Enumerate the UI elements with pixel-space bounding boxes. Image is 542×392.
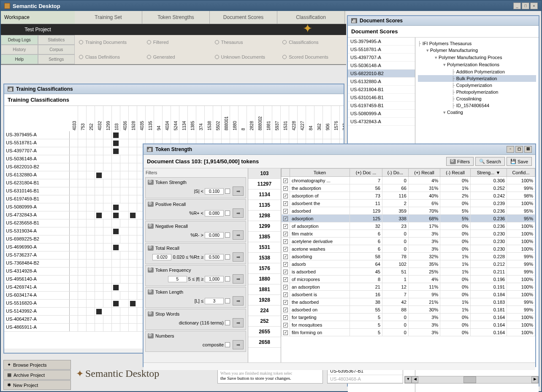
token-row[interactable]: ✓the adsorbed384221%1%0.18399%	[282, 298, 535, 306]
training-cell[interactable]	[103, 251, 112, 259]
training-cell[interactable]	[129, 268, 137, 275]
training-row-label[interactable]: US-4865911-A	[4, 324, 70, 331]
filter-checkbox[interactable]	[225, 254, 230, 260]
training-cell[interactable]	[78, 243, 87, 251]
training-cell[interactable]	[70, 187, 78, 195]
training-cell[interactable]	[95, 243, 103, 251]
row-checkbox[interactable]: ✓	[283, 277, 288, 282]
radio-class-definitions[interactable]: Class Definitions	[75, 50, 143, 65]
token-col-header[interactable]: (+) Doc ...	[350, 169, 382, 177]
search-button[interactable]: 🔍Search	[475, 157, 505, 166]
token-row[interactable]: ✓chromatography ...704%0%0.306100%	[282, 177, 535, 184]
token-row[interactable]: ✓adsorbing587832%1%0.22899%	[282, 253, 535, 260]
filter-input[interactable]	[205, 188, 224, 195]
filter-checkbox[interactable]	[225, 276, 230, 281]
training-cell[interactable]	[306, 131, 314, 139]
training-cell[interactable]	[78, 203, 87, 211]
radio-unknown-documents[interactable]: Unknown Documents	[211, 50, 279, 65]
training-cell[interactable]	[78, 251, 87, 259]
training-row-label[interactable]: US-4269741-A	[4, 284, 70, 291]
training-cell[interactable]	[87, 235, 95, 243]
training-cell[interactable]	[120, 284, 129, 291]
row-checkbox[interactable]: ✓	[283, 186, 288, 191]
training-cell[interactable]	[113, 245, 119, 250]
class-tab[interactable]: 1881	[248, 284, 281, 295]
training-cell[interactable]	[129, 187, 137, 195]
token-row[interactable]: ✓adsorption12533868%5%0.23695%	[282, 215, 535, 222]
training-row-label[interactable]: US-4314928-A	[4, 268, 70, 275]
score-list-item[interactable]: US-6822010-B2	[348, 70, 415, 78]
score-list-item[interactable]: US-5518781-A	[348, 46, 415, 54]
row-checkbox[interactable]: ✓	[283, 247, 288, 251]
tree-node[interactable]: ├Addition Polymerization	[418, 68, 536, 75]
filter-checkbox[interactable]	[225, 189, 230, 194]
training-cell[interactable]	[87, 276, 95, 283]
training-col-header[interactable]: 94	[154, 106, 163, 131]
filter-input[interactable]	[168, 276, 187, 282]
training-cell[interactable]	[87, 155, 95, 163]
training-cell[interactable]	[87, 316, 95, 323]
training-cell[interactable]	[95, 203, 103, 211]
training-cell[interactable]	[103, 171, 112, 179]
training-cell[interactable]	[103, 284, 112, 291]
filters-button[interactable]: Filters	[446, 157, 474, 166]
training-cell[interactable]	[120, 268, 129, 275]
training-cell[interactable]	[112, 171, 120, 179]
training-cell[interactable]	[78, 300, 87, 307]
training-cell[interactable]	[78, 131, 87, 139]
training-row-label[interactable]: US-6231804-B1	[4, 179, 70, 187]
training-cell[interactable]	[95, 147, 103, 155]
training-cell[interactable]	[78, 163, 87, 171]
training-cell[interactable]	[120, 211, 129, 219]
training-col-header[interactable]: 753	[78, 106, 87, 131]
training-cell[interactable]	[78, 276, 87, 283]
class-tab[interactable]: 1299	[248, 221, 281, 232]
training-cell[interactable]	[103, 260, 112, 267]
training-cell[interactable]	[87, 219, 95, 227]
filter-checkbox[interactable]	[225, 298, 230, 303]
training-cell[interactable]	[78, 260, 87, 267]
training-cell[interactable]	[70, 308, 78, 315]
tree-node[interactable]: ├Bulk Polymerization	[418, 75, 536, 82]
training-cell[interactable]	[78, 139, 87, 147]
training-cell[interactable]	[95, 131, 103, 139]
training-cell[interactable]	[213, 131, 222, 139]
training-cell[interactable]	[120, 203, 129, 211]
class-tab[interactable]: 1385	[248, 232, 281, 242]
token-row[interactable]: ✓an adsorption211211%0%0.191100%	[282, 283, 535, 291]
radio-generated[interactable]: Generated	[143, 50, 211, 65]
training-row-label[interactable]: US-4397707-A	[4, 147, 70, 155]
nav-help[interactable]: Help	[1, 54, 38, 64]
training-cell[interactable]	[112, 316, 120, 323]
training-cell[interactable]	[238, 131, 247, 139]
token-col-header[interactable]: (+) Recall	[408, 169, 440, 177]
training-cell[interactable]	[87, 195, 95, 203]
filter-checkbox[interactable]	[225, 342, 230, 347]
training-cell[interactable]	[129, 163, 137, 171]
token-row[interactable]: ✓for targeting503%0%0.164100%	[282, 314, 535, 321]
training-col-header[interactable]: 4228	[289, 106, 298, 131]
training-cell[interactable]	[129, 292, 137, 299]
training-cell[interactable]	[70, 284, 78, 291]
training-col-header[interactable]: 1531	[281, 106, 289, 131]
training-cell[interactable]	[103, 308, 112, 315]
training-cell[interactable]	[103, 227, 112, 235]
token-col-header[interactable]: Streng... ▼	[470, 169, 507, 177]
radio-filtered[interactable]: Filtered	[143, 35, 211, 50]
token-row[interactable]: ✓the adsorption566631%1%0.25299%	[282, 184, 535, 192]
training-cell[interactable]	[103, 139, 112, 147]
training-cell[interactable]	[129, 243, 137, 251]
training-cell[interactable]	[87, 268, 95, 275]
row-checkbox[interactable]: ✓	[283, 209, 288, 214]
training-row-label[interactable]: US-5736237-A	[4, 251, 70, 259]
training-cell[interactable]	[78, 227, 87, 235]
filter-apply-button[interactable]: ➡	[233, 230, 244, 240]
training-cell[interactable]	[70, 211, 78, 219]
class-tab[interactable]: 1135	[248, 200, 281, 211]
training-cell[interactable]	[129, 251, 137, 259]
training-cell[interactable]	[112, 268, 120, 275]
training-row-label[interactable]: US-5036148-A	[4, 155, 70, 163]
training-cell[interactable]	[129, 171, 137, 179]
radio-training-documents[interactable]: Training Documents	[75, 35, 143, 50]
training-cell[interactable]	[87, 203, 95, 211]
